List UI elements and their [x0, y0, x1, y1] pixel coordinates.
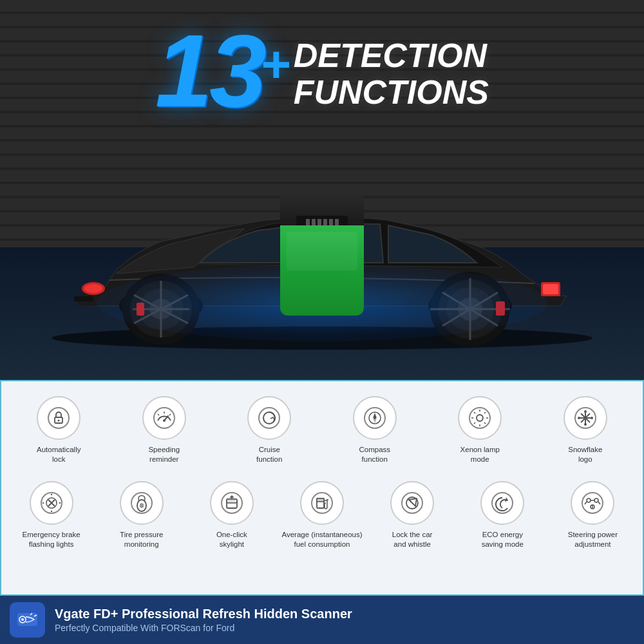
footer-text-container: Vgate FD+ Professional Refresh Hidden Sc…	[55, 607, 352, 633]
obd-device	[280, 193, 364, 316]
footer-app-icon	[10, 602, 45, 638]
lock-whistle-label: Lock the carand whistle	[392, 530, 433, 549]
svg-line-90	[598, 502, 600, 504]
snowflake-label: Snowflakelogo	[568, 445, 602, 464]
svg-point-94	[21, 618, 24, 621]
obd-pin	[329, 219, 333, 225]
feature-steering: Steering poweradjustment	[549, 476, 636, 554]
eco-icon	[480, 481, 524, 525]
svg-point-57	[584, 410, 587, 413]
svg-point-59	[578, 417, 580, 419]
heading-container: 13 + DETECTION FUNCTIONS	[0, 19, 644, 122]
feature-auto-lock: Automaticallylock	[8, 391, 110, 469]
fuel-icon	[300, 481, 344, 525]
snowflake-icon	[564, 396, 607, 440]
footer-section: Vgate FD+ Professional Refresh Hidden Sc…	[0, 596, 644, 644]
obd-pin	[312, 219, 316, 225]
svg-point-86	[594, 498, 598, 502]
emergency-brake-label: Emergency brakeflashing lights	[23, 530, 80, 549]
feature-eco: ECO energysaving mode	[459, 476, 546, 554]
feature-fuel: Average (instantaneous)fuel consumption	[278, 476, 365, 554]
cruise-label: Cruisefunction	[256, 445, 282, 464]
lock-whistle-icon	[390, 481, 434, 525]
compass-icon	[353, 396, 397, 440]
cruise-icon	[247, 396, 291, 440]
svg-line-32	[169, 414, 171, 415]
feature-lock-whistle: Lock the carand whistle	[369, 476, 456, 554]
emergency-brake-icon	[30, 481, 73, 525]
svg-point-34	[163, 419, 166, 422]
auto-lock-icon	[37, 396, 80, 440]
obd-pin	[306, 219, 310, 225]
footer-subtitle: Perfectly Compatible With FORScan for Fo…	[55, 623, 352, 633]
svg-point-58	[584, 423, 587, 426]
eco-label: ECO energysaving mode	[482, 530, 524, 549]
feature-skylight: One-clickskylight	[188, 476, 275, 554]
skylight-label: One-clickskylight	[216, 530, 247, 549]
detection-line1: DETECTION	[294, 37, 489, 74]
svg-line-88	[585, 502, 587, 504]
speeding-icon	[142, 396, 186, 440]
steering-icon	[571, 481, 614, 525]
tire-pressure-label: Tire pressuremonitoring	[120, 530, 163, 549]
svg-point-29	[154, 408, 175, 428]
svg-point-35	[259, 408, 279, 428]
svg-point-28	[58, 420, 60, 422]
detection-text: DETECTION FUNCTIONS	[294, 37, 489, 111]
obd-body	[280, 225, 364, 316]
obd-pin	[335, 219, 339, 225]
feature-tire-pressure: Tire pressuremonitoring	[98, 476, 185, 554]
svg-point-26	[48, 408, 69, 428]
svg-rect-5	[543, 284, 558, 294]
steering-label: Steering poweradjustment	[568, 530, 618, 549]
fuel-label: Average (instantaneous)fuel consumption	[281, 530, 362, 549]
speeding-label: Speedingreminder	[148, 445, 180, 464]
obd-top	[280, 193, 364, 225]
feature-cruise: Cruisefunction	[218, 391, 321, 469]
main-container: 13 + DETECTION FUNCTIONS	[0, 0, 644, 644]
obd-pin	[317, 219, 321, 225]
features-section: Automaticallylock Speedingreminder	[0, 380, 644, 596]
feature-xenon: Xenon lampmode	[429, 391, 531, 469]
svg-point-76	[312, 493, 332, 513]
svg-rect-74	[227, 499, 237, 503]
svg-line-50	[474, 422, 475, 424]
footer-title: Vgate FD+ Professional Refresh Hidden Sc…	[55, 607, 352, 621]
number-display: 13	[155, 19, 263, 122]
svg-point-60	[591, 417, 593, 419]
feature-snowflake: Snowflakelogo	[535, 391, 637, 469]
plus-display: +	[260, 35, 290, 94]
svg-line-31	[158, 414, 159, 415]
svg-point-43	[477, 415, 483, 421]
feature-speeding: Speedingreminder	[113, 391, 216, 469]
svg-rect-78	[317, 498, 324, 502]
feature-emergency-brake: Emergency brakeflashing lights	[8, 476, 95, 554]
xenon-icon	[458, 396, 502, 440]
svg-line-48	[474, 412, 475, 413]
top-section: 13 + DETECTION FUNCTIONS	[0, 0, 644, 380]
detection-line2: FUNCTIONS	[294, 74, 489, 111]
tire-pressure-icon	[120, 481, 164, 525]
xenon-label: Xenon lampmode	[460, 445, 500, 464]
svg-point-41	[374, 417, 375, 419]
feature-compass: Compassfunction	[324, 391, 426, 469]
svg-line-49	[484, 412, 486, 413]
svg-point-3	[84, 284, 102, 293]
compass-label: Compassfunction	[359, 445, 390, 464]
skylight-icon	[210, 481, 254, 525]
obd-pin	[323, 219, 327, 225]
svg-line-82	[409, 500, 412, 503]
svg-rect-1	[74, 296, 93, 301]
auto-lock-label: Automaticallylock	[37, 445, 80, 464]
svg-line-51	[484, 422, 486, 424]
features-row2: Emergency brakeflashing lights Tire pres…	[1, 473, 643, 558]
features-row1: Automaticallylock Speedingreminder	[1, 381, 643, 473]
svg-point-85	[587, 498, 591, 502]
